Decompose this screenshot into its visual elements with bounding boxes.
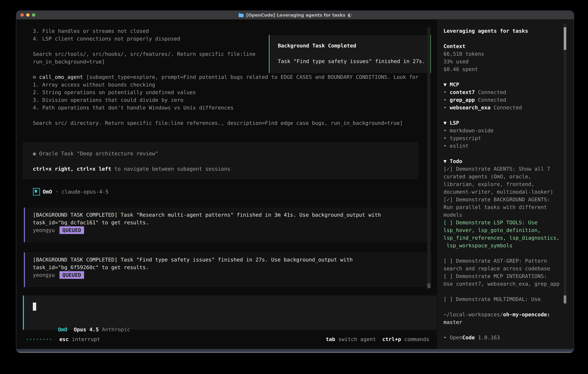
sidebar-line xyxy=(443,73,561,81)
terminal-line: 4. Path operations that don't handle Win… xyxy=(33,104,429,112)
terminal-line: 3. Division operations that could divide… xyxy=(33,96,429,104)
desktop: { "colors": { "accent_green": "#6abf6e",… xyxy=(0,0,588,374)
sidebar-line xyxy=(443,303,561,311)
sidebar-line: [ ] Demonstrate MULTIMODAL: Use xyxy=(443,295,561,303)
keyboard-hints: tab switch agent ctrl+p commands xyxy=(233,335,429,343)
sidebar-line: Context xyxy=(443,42,561,50)
active-model-name[interactable]: Opus 4.5 xyxy=(74,327,99,332)
sidebar-line: lsp_find_references, lsp_diagnostics, xyxy=(443,234,561,242)
chat-scrollbar-track[interactable] xyxy=(427,28,430,288)
prompt-input[interactable]: OmOOpus 4.5Anthropic xyxy=(23,295,437,330)
sidebar-line: ~/local-workspaces/oh-my-opencode: xyxy=(443,311,561,318)
commands-label: commands xyxy=(401,336,429,342)
window-bottom-edge xyxy=(16,352,574,353)
background-task-toast: Background Task Completed Task "Find typ… xyxy=(269,35,431,73)
terminal-pane: 3. File handles or streams not closed4. … xyxy=(16,19,437,349)
ctrlp-key-label: ctrl+p xyxy=(382,336,401,342)
switch-agent-label: switch agent xyxy=(335,336,376,342)
username: yeongyu xyxy=(33,227,55,233)
sidebar-line: document-writer, multimodal-looker) xyxy=(443,188,561,196)
folder-icon xyxy=(238,13,244,17)
sidebar-scrollbar-track[interactable] xyxy=(564,24,566,303)
sidebar-line: • OpenCode 1.0.163 xyxy=(443,334,561,341)
sidebar-line: Use context7, websearch_exa, grep_app xyxy=(443,280,561,288)
terminal-line xyxy=(33,112,429,119)
sidebar-line xyxy=(443,249,561,257)
oracle-task-box: ◉ Oracle Task "Deep architecture review"… xyxy=(23,142,418,179)
working-dot xyxy=(47,339,48,340)
toast-body: Task "Find type safety issues" finished … xyxy=(278,57,425,65)
queued-status-badge: QUEUED xyxy=(60,271,84,279)
sidebar-line: • markdown-oxide xyxy=(443,127,561,134)
task-message-line: [BACKGROUND TASK COMPLETED] Task "Resear… xyxy=(33,211,381,219)
working-dot xyxy=(50,339,51,340)
text-cursor xyxy=(33,302,36,311)
working-dot xyxy=(33,339,35,340)
app-window: [OpenCode] Leveraging agents for tasks ◐… xyxy=(16,11,574,353)
sidebar-line: Leveraging agents for tasks xyxy=(443,27,561,35)
sidebar-line: Run parallel tasks with different xyxy=(443,203,561,211)
sidebar-line: [✓] Demonstrate AGENTS: Show all 7 xyxy=(443,165,561,173)
oracle-line: ◉ Oracle Task "Deep architecture review" xyxy=(33,150,230,157)
interrupt-label: interrupt xyxy=(69,336,100,342)
terminal-line: 3. File handles or streams not closed xyxy=(33,27,429,35)
task-message-meta: yeongyuQUEUED xyxy=(33,226,381,234)
agent-square-icon xyxy=(33,188,40,196)
chat-scrollbar-thumb[interactable] xyxy=(427,283,430,288)
window-titlebar: [OpenCode] Leveraging agents for tasks ◐ xyxy=(16,11,574,20)
sidebar-line: lsp_workspace_symbols xyxy=(443,242,561,249)
active-agent-name[interactable]: OmO xyxy=(58,327,67,332)
sidebar-line xyxy=(443,111,561,119)
tab-key-label: tab xyxy=(326,336,335,342)
sidebar-line: lsp_hover, lsp_goto_definition, xyxy=(443,226,561,234)
sidebar-line: ▼ MCP xyxy=(443,81,561,88)
sidebar-content: Leveraging agents for tasks Context66,51… xyxy=(443,27,561,341)
username: yeongyu xyxy=(33,272,55,278)
model-provider: Anthropic xyxy=(102,327,130,332)
sidebar-scrollbar-thumb[interactable] xyxy=(564,27,566,50)
agent-header-line: OmO · claude-opus-4-5 xyxy=(43,188,108,196)
task-message-line: task_id="bg_6f59260c" to get results. xyxy=(33,263,353,271)
toast-title: Background Task Completed xyxy=(278,42,356,50)
window-title: [OpenCode] Leveraging agents for tasks xyxy=(246,13,345,18)
task-completed-message: [BACKGROUND TASK COMPLETED] Task "Find t… xyxy=(24,252,431,287)
sidebar-line: • eslint xyxy=(443,142,561,150)
working-dot xyxy=(37,339,38,340)
todo-scrollbar-thumb[interactable] xyxy=(564,295,566,303)
sidebar-line: • websearch_exa Connected xyxy=(443,104,561,111)
sidebar-line: 66,518 tokens xyxy=(443,50,561,58)
sidebar-line: • typescript xyxy=(443,134,561,142)
hint-gap xyxy=(376,336,382,342)
sidebar-line: master xyxy=(443,318,561,326)
terminal-line: ⚙ call_omo_agent [subagent_type=explore,… xyxy=(33,73,429,81)
session-sidebar: Leveraging agents for tasks Context66,51… xyxy=(437,19,574,349)
sidebar-line: [ ] Demonstrate LSP TOOLS: Use xyxy=(443,219,561,226)
sidebar-line: ▼ LSP xyxy=(443,119,561,127)
sidebar-line: librarian, explore, frontend, xyxy=(443,180,561,188)
task-message-line: [BACKGROUND TASK COMPLETED] Task "Find t… xyxy=(33,256,353,263)
window-title-area: [OpenCode] Leveraging agents for tasks ◐ xyxy=(16,11,574,19)
working-indicator-dots xyxy=(27,339,51,340)
working-dot xyxy=(27,339,28,340)
sidebar-line xyxy=(443,288,561,295)
interrupt-hint: esc interrupt xyxy=(59,335,100,343)
task-message-meta: yeongyuQUEUED xyxy=(33,271,353,279)
working-dot xyxy=(43,339,44,340)
terminal-line: Search src/ directory. Return specific f… xyxy=(33,119,429,127)
sidebar-line: 33% used xyxy=(443,58,561,65)
input-status-line: OmOOpus 4.5Anthropic xyxy=(33,318,130,326)
esc-key-label: esc xyxy=(59,336,69,342)
terminal-line: 1. Array access without bounds checking xyxy=(33,81,429,89)
queued-status-badge: QUEUED xyxy=(60,226,84,234)
task-message-line: task_id="bg_dcfac161" to get results. xyxy=(33,219,381,226)
sidebar-line: models xyxy=(443,211,561,219)
sidebar-line: [ ] Demonstrate AST-GREP: Pattern xyxy=(443,257,561,265)
terminal-line: 2. String operations on potentially unde… xyxy=(33,89,429,96)
sidebar-line: $0.46 spent xyxy=(443,65,561,73)
sidebar-line: [ ] Demonstrate MCP INTEGRATIONS: xyxy=(443,272,561,280)
session-loading-icon: ◐ xyxy=(348,12,352,18)
sidebar-line: search and replace across codebase xyxy=(443,265,561,272)
oracle-line: ctrl+x right, ctrl+x left to navigate be… xyxy=(33,165,230,173)
sidebar-line: curated agents (OmO, oracle, xyxy=(443,173,561,180)
working-dot xyxy=(30,339,31,340)
